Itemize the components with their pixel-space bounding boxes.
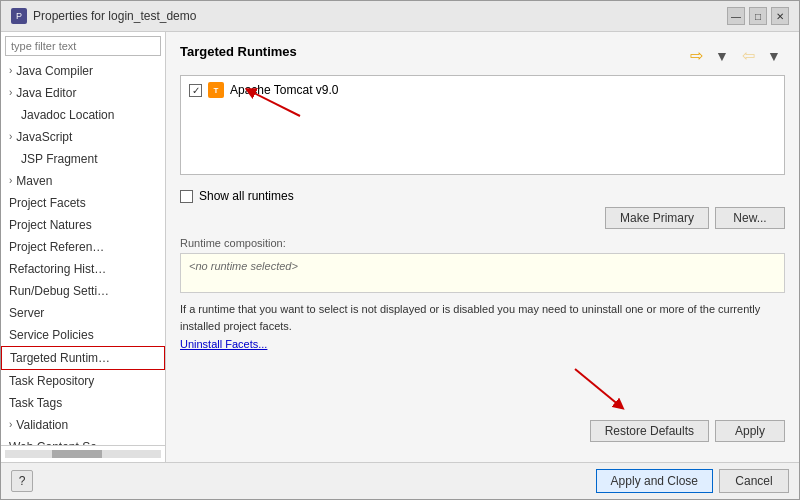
apply-close-button[interactable]: Apply and Close (596, 469, 713, 493)
bottom-bar: ? Apply and Close Cancel (1, 462, 799, 499)
show-all-row: Show all runtimes (180, 189, 785, 203)
sidebar-item-jsp[interactable]: JSP Fragment (1, 148, 165, 170)
dialog-icon: P (11, 8, 27, 24)
apply-button[interactable]: Apply (715, 420, 785, 442)
section-header: Targeted Runtimes ⇨ ▼ ⇦ ▼ (180, 44, 785, 67)
chevron-icon: › (9, 172, 12, 190)
show-all-checkbox[interactable] (180, 190, 193, 203)
chevron-icon: › (9, 416, 12, 434)
show-all-label: Show all runtimes (199, 189, 294, 203)
tomcat-label: Apache Tomcat v9.0 (230, 83, 339, 97)
sidebar-item-java-compiler[interactable]: › Java Compiler (1, 60, 165, 82)
sidebar-scroll-controls (1, 445, 165, 462)
new-button[interactable]: New... (715, 207, 785, 229)
sidebar-item-task-tags[interactable]: Task Tags (1, 392, 165, 414)
sidebar-list: › Java Compiler › Java Editor Javadoc Lo… (1, 60, 165, 445)
chevron-icon: › (9, 84, 12, 102)
sidebar: › Java Compiler › Java Editor Javadoc Lo… (1, 32, 166, 462)
navigate-back-button[interactable]: ⇨ (685, 45, 707, 67)
sidebar-item-javadoc[interactable]: Javadoc Location (1, 104, 165, 126)
runtime-composition-label: Runtime composition: (180, 237, 785, 249)
bottom-action-buttons: Restore Defaults Apply (180, 420, 785, 442)
toolbar-icons: ⇨ ▼ ⇦ ▼ (685, 45, 785, 67)
tomcat-checkbox[interactable] (189, 84, 202, 97)
runtime-action-buttons: Make Primary New... (180, 207, 785, 229)
svg-line-3 (575, 369, 620, 406)
horizontal-scrollbar[interactable] (5, 450, 161, 458)
chevron-icon: › (9, 62, 12, 80)
chevron-icon: › (9, 128, 12, 146)
more-options-button[interactable]: ▼ (763, 45, 785, 67)
red-arrow-annotation-2 (565, 364, 645, 414)
sidebar-item-web-content[interactable]: Web Content Se… (1, 436, 165, 445)
sidebar-item-java-editor[interactable]: › Java Editor (1, 82, 165, 104)
sidebar-item-task-repository[interactable]: Task Repository (1, 370, 165, 392)
runtimes-box: T Apache Tomcat v9.0 (180, 75, 785, 175)
tomcat-icon: T (208, 82, 224, 98)
uninstall-facets-link[interactable]: Uninstall Facets... (180, 338, 785, 350)
sidebar-item-javascript[interactable]: › JavaScript (1, 126, 165, 148)
title-bar: P Properties for login_test_demo — □ ✕ (1, 1, 799, 32)
navigate-forward-button[interactable]: ⇦ (737, 45, 759, 67)
make-primary-button[interactable]: Make Primary (605, 207, 709, 229)
info-text: If a runtime that you want to select is … (180, 301, 785, 334)
title-bar-left: P Properties for login_test_demo (11, 8, 196, 24)
sidebar-item-project-references[interactable]: Project Referen… (1, 236, 165, 258)
sidebar-item-maven[interactable]: › Maven (1, 170, 165, 192)
runtimes-annotation-container: T Apache Tomcat v9.0 (180, 75, 785, 183)
sidebar-item-project-natures[interactable]: Project Natures (1, 214, 165, 236)
minimize-button[interactable]: — (727, 7, 745, 25)
sidebar-item-refactoring[interactable]: Refactoring Hist… (1, 258, 165, 280)
sidebar-item-project-facets[interactable]: Project Facets (1, 192, 165, 214)
section-title: Targeted Runtimes (180, 44, 297, 59)
composition-box: <no runtime selected> (180, 253, 785, 293)
dialog-body: › Java Compiler › Java Editor Javadoc Lo… (1, 32, 799, 462)
help-button[interactable]: ? (11, 470, 33, 492)
maximize-button[interactable]: □ (749, 7, 767, 25)
bottom-right-buttons: Apply and Close Cancel (596, 469, 789, 493)
sidebar-item-targeted-runtimes[interactable]: Targeted Runtim… (1, 346, 165, 370)
dialog-title: Properties for login_test_demo (33, 9, 196, 23)
sidebar-item-validation[interactable]: › Validation (1, 414, 165, 436)
main-content: Targeted Runtimes ⇨ ▼ ⇦ ▼ T Apache Tomca… (166, 32, 799, 462)
filter-input[interactable] (5, 36, 161, 56)
sidebar-item-service-policies[interactable]: Service Policies (1, 324, 165, 346)
sidebar-item-run-debug[interactable]: Run/Debug Setti… (1, 280, 165, 302)
close-button[interactable]: ✕ (771, 7, 789, 25)
bottom-section: If a runtime that you want to select is … (180, 301, 785, 450)
runtime-item-tomcat[interactable]: T Apache Tomcat v9.0 (189, 82, 776, 98)
no-runtime-text: <no runtime selected> (189, 260, 298, 272)
dropdown-button[interactable]: ▼ (711, 45, 733, 67)
title-bar-buttons: — □ ✕ (727, 7, 789, 25)
properties-dialog: P Properties for login_test_demo — □ ✕ ›… (0, 0, 800, 500)
cancel-button[interactable]: Cancel (719, 469, 789, 493)
sidebar-item-server[interactable]: Server (1, 302, 165, 324)
restore-defaults-button[interactable]: Restore Defaults (590, 420, 709, 442)
scrollbar-thumb[interactable] (52, 450, 102, 458)
